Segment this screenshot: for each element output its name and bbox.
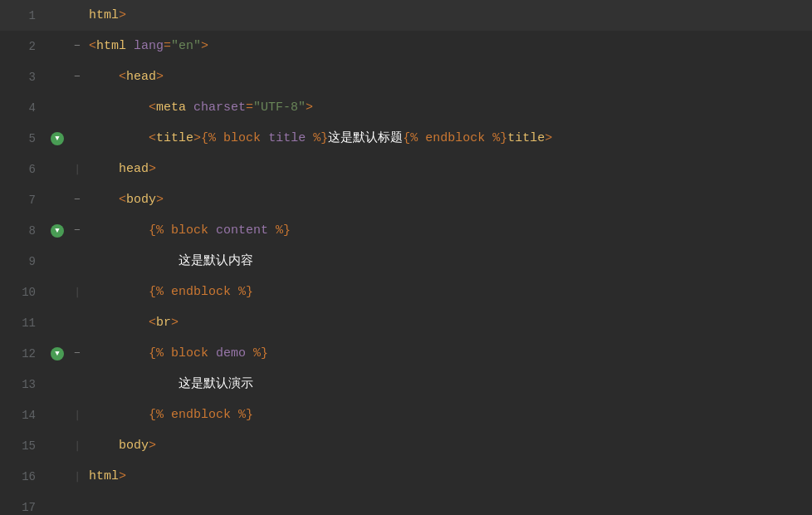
- line-number: 14: [0, 409, 46, 422]
- code-line: 17: [0, 492, 812, 515]
- line-number: 6: [0, 163, 46, 176]
- code-line: 12▼− {% block demo %}: [0, 338, 812, 369]
- fold-gutter[interactable]: −: [69, 224, 86, 237]
- code-line: 7− <body>: [0, 184, 812, 215]
- breakpoint-indicator: ▼: [51, 132, 64, 145]
- code-content: <br>: [86, 307, 812, 338]
- fold-gutter[interactable]: −: [69, 347, 86, 360]
- code-line: 3− <head>: [0, 61, 812, 92]
- code-content: body>: [86, 430, 812, 461]
- code-content: {% block content %}: [86, 215, 812, 246]
- line-number: 16: [0, 470, 46, 483]
- breakpoint-indicator: ▼: [51, 347, 64, 360]
- code-line: 9 这是默认内容: [0, 246, 812, 277]
- fold-gutter[interactable]: │: [69, 472, 86, 482]
- line-number: 15: [0, 439, 46, 453]
- code-line: 5▼ <title>{% block title %}这是默认标题{% endb…: [0, 123, 812, 154]
- line-number: 13: [0, 378, 46, 391]
- code-line: 16│html>: [0, 461, 812, 492]
- code-content: 这是默认演示: [86, 369, 812, 400]
- fold-gutter[interactable]: −: [69, 194, 86, 206]
- line-number: 17: [0, 501, 46, 514]
- line-number: 10: [0, 286, 46, 299]
- fold-gutter[interactable]: −: [69, 71, 86, 83]
- code-line: 2−<html lang="en">: [0, 31, 812, 61]
- code-line: 15│ body>: [0, 430, 812, 461]
- code-line: 10│ {% endblock %}: [0, 277, 812, 307]
- code-line: 4 <meta charset="UTF-8">: [0, 92, 812, 123]
- line-number: 1: [0, 9, 46, 22]
- line-number: 9: [0, 255, 46, 268]
- code-content: html>: [86, 0, 812, 31]
- line-number: 12: [0, 347, 46, 360]
- code-content: <meta charset="UTF-8">: [86, 92, 812, 123]
- code-content: <head>: [86, 61, 812, 92]
- line-number: 7: [0, 194, 46, 207]
- code-content: html>: [86, 461, 812, 492]
- code-line: 8▼− {% block content %}: [0, 215, 812, 246]
- code-line: 14│ {% endblock %}: [0, 400, 812, 430]
- code-editor: 1html>2−<html lang="en">3− <head>4 <meta…: [0, 0, 812, 515]
- code-content: <body>: [86, 184, 812, 215]
- code-line: 13 这是默认演示: [0, 369, 812, 400]
- breakpoint-area[interactable]: ▼: [46, 132, 69, 145]
- code-content: {% block demo %}: [86, 338, 812, 369]
- code-content: <html lang="en">: [86, 31, 812, 61]
- code-content: head>: [86, 154, 812, 184]
- code-line: 1html>: [0, 0, 812, 31]
- fold-gutter[interactable]: │: [69, 164, 86, 174]
- breakpoint-area[interactable]: ▼: [46, 347, 69, 360]
- fold-gutter[interactable]: │: [69, 410, 86, 420]
- code-content: <title>{% block title %}这是默认标题{% endbloc…: [86, 123, 812, 154]
- line-number: 2: [0, 40, 46, 53]
- breakpoint-area[interactable]: ▼: [46, 224, 69, 238]
- fold-gutter[interactable]: │: [69, 441, 86, 451]
- fold-gutter[interactable]: │: [69, 287, 86, 297]
- code-content: {% endblock %}: [86, 400, 812, 430]
- code-content: 这是默认内容: [86, 246, 812, 277]
- code-line: 6│ head>: [0, 154, 812, 184]
- line-number: 8: [0, 224, 46, 238]
- code-line: 11 <br>: [0, 307, 812, 338]
- line-number: 5: [0, 132, 46, 145]
- fold-gutter[interactable]: −: [69, 40, 86, 52]
- line-number: 4: [0, 101, 46, 115]
- line-number: 3: [0, 71, 46, 84]
- breakpoint-indicator: ▼: [51, 224, 64, 238]
- line-number: 11: [0, 316, 46, 330]
- code-content: {% endblock %}: [86, 277, 812, 307]
